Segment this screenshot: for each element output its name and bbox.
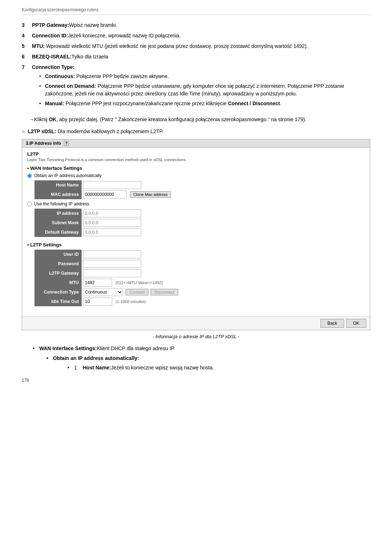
wan-settings-group: • WAN Interface Settings Obtain an IP ad… — [27, 165, 365, 237]
l2tp-title: L2TP — [27, 151, 365, 157]
default-gateway-input[interactable] — [83, 228, 141, 236]
idle-timeout-label: Idle Time Out — [34, 297, 82, 306]
wan-settings-bold: WAN Interface Settings: — [39, 345, 97, 351]
radio-manual-row[interactable]: Use the following IP address — [27, 201, 365, 206]
idle-timeout-input[interactable] — [83, 298, 112, 306]
radio-manual[interactable] — [27, 202, 32, 206]
mtu-hint: (512<=MTU Value<=1492) — [115, 280, 163, 285]
list-item-6: 6 BEZEQ-ISRAEL:Tylko dla Izraela — [22, 53, 370, 61]
list-item-7: 7 Connection Type: Continuous: Połączeni… — [22, 64, 370, 110]
sub-item-1-text: Jeżeli to konieczne wpisz swoją nazwę ho… — [111, 365, 214, 370]
password-row: Password — [34, 259, 372, 269]
sub-numbered-list: 1 Host Name:Jeżeli to konieczne wpisz sw… — [53, 364, 370, 372]
l2tp-label-bold: L2TP xDSL: — [28, 128, 56, 134]
radio-auto-row[interactable]: Obtain an IP address automatically — [27, 173, 365, 178]
radio-auto[interactable] — [27, 173, 32, 178]
item-4-content: Connection ID:Jeżeli konieczne, wprowadź… — [32, 32, 370, 40]
arrow-symbol: → — [29, 116, 34, 122]
mac-address-label: MAC address — [34, 190, 82, 199]
mac-address-input[interactable] — [83, 191, 127, 198]
l2tp-section-header: ○ L2TP xDSL: Dla modemów kablowych z poł… — [22, 128, 370, 135]
default-gateway-input-cell — [82, 228, 372, 237]
l2tp-label-text: Dla modemów kablowych z połączeniem L2TP… — [56, 128, 163, 134]
panel-header-label: 3.IP Address Info — [26, 141, 61, 146]
subnet-mask-label: Subnet Mask — [34, 218, 82, 228]
l2tp-subtitle: Layer Two Tunneling Protocol is a common… — [27, 157, 365, 162]
l2tp-settings-title: • L2TP Settings — [27, 242, 365, 247]
subnet-mask-input[interactable] — [83, 219, 141, 227]
sub-item-1-content: Host Name:Jeżeli to konieczne wpisz swoj… — [83, 364, 214, 372]
bullet-manual-text: Połączenie PPP jest rozpoczynane/zakańcz… — [64, 101, 281, 106]
item-5-text: Wprowadź wielkość MTU (jeżeli wielkość n… — [45, 43, 308, 49]
l2tp-settings-title-text: L2TP Settings — [30, 242, 61, 247]
circle-icon: ○ — [22, 128, 25, 135]
mtu-label: MTU — [34, 278, 82, 287]
subnet-mask-row: Subnet Mask — [34, 218, 372, 228]
l2tp-gateway-row: L2TP Gateway — [34, 269, 372, 278]
password-label: Password — [34, 259, 82, 269]
disconnect-button[interactable]: Disconnect — [151, 289, 178, 295]
user-id-input[interactable] — [83, 250, 141, 258]
arrow-paragraph: →Kliknij OK, aby przejść dalej. (Patrz "… — [29, 115, 370, 123]
help-icon[interactable]: ? — [64, 141, 69, 146]
wan-auto-fields: Host Name MAC address Clone Mac address — [34, 180, 372, 199]
subnet-mask-input-cell — [82, 218, 372, 228]
mtu-input[interactable] — [83, 279, 112, 287]
bullet-demand-label: Connect on Demand: — [45, 83, 96, 89]
connect-button[interactable]: Connect — [126, 289, 148, 295]
bottom-bullets: WAN Interface Settings:Klient DHCP dla s… — [22, 344, 370, 372]
l2tp-gateway-input-cell — [82, 269, 372, 278]
ip-address-input[interactable] — [83, 209, 141, 217]
l2tp-gateway-input[interactable] — [83, 269, 141, 277]
default-gateway-label: Default Gateway — [34, 228, 82, 237]
item-6-label: BEZEQ-ISRAEL: — [32, 54, 72, 60]
idle-timeout-hint: (1-1000 minutes) — [115, 299, 146, 304]
mtu-input-cell: (512<=MTU Value<=1492) — [82, 278, 372, 287]
bullet-continuous: Continuous: Połączenie PPP będzie zawsze… — [39, 73, 370, 80]
wan-settings-title: • WAN Interface Settings — [27, 165, 365, 171]
back-button[interactable]: Back — [320, 319, 344, 328]
idle-timeout-row: Idle Time Out (1-1000 minutes) — [34, 297, 372, 306]
item-3-label: PPTP Gateway: — [32, 22, 69, 28]
panel-header: 3.IP Address Info ? — [22, 139, 370, 148]
caption: - Informacja o adresie IP dla L2TP xDSL … — [22, 334, 370, 339]
page-number: 178 — [22, 378, 29, 383]
user-id-row: User ID — [34, 250, 372, 259]
password-input[interactable] — [83, 260, 141, 268]
item-6-text: Tylko dla Izraela — [72, 54, 108, 60]
radio-manual-label: Use the following IP address — [34, 201, 89, 206]
bullet-continuous-label: Continuous: — [45, 73, 75, 79]
item-7-content: Connection Type: Continuous: Połączenie … — [32, 64, 370, 110]
bullet-continuous-text: Połączenie PPP będzie zawsze aktywne. — [75, 73, 169, 79]
radio-auto-label: Obtain an IP address automatically — [34, 173, 102, 178]
connection-type-input-cell: Continuous Connect on Demand Manual Conn… — [82, 287, 372, 297]
host-name-row: Host Name — [34, 180, 372, 190]
connection-type-select[interactable]: Continuous Connect on Demand Manual — [83, 288, 123, 296]
item-3-text: Wpisz nazwę bramki. — [69, 22, 117, 28]
list-item-3: 3 PPTP Gateway:Wpisz nazwę bramki. — [22, 21, 370, 29]
connection-type-bullets: Continuous: Połączenie PPP będzie zawsze… — [32, 73, 370, 107]
item-3-content: PPTP Gateway:Wpisz nazwę bramki. — [32, 21, 370, 29]
ok-button[interactable]: OK — [346, 319, 366, 328]
ip-address-row: IP address — [34, 209, 372, 218]
wan-settings-text: Klient DHCP dla stałego adresu IP — [97, 345, 175, 351]
clone-mac-button[interactable]: Clone Mac address — [130, 191, 171, 198]
list-item-5: 5 MTU: Wprowadź wielkość MTU (jeżeli wie… — [22, 42, 370, 50]
user-id-input-cell — [82, 250, 372, 259]
user-id-label: User ID — [34, 250, 82, 259]
host-name-input[interactable] — [83, 181, 141, 189]
connection-type-row: Connection Type Continuous Connect on De… — [34, 287, 372, 297]
item-5-label: MTU: — [32, 43, 45, 49]
panel-body: L2TP Layer Two Tunneling Protocol is a c… — [22, 148, 370, 316]
l2tp-settings-group: • L2TP Settings User ID Password — [27, 242, 365, 306]
sub-item-1: 1 Host Name:Jeżeli to konieczne wpisz sw… — [68, 364, 370, 372]
sub-item-1-num: 1 — [74, 364, 83, 372]
item-4-text: Jeżeli konieczne, wprowadź nazwę ID połą… — [68, 33, 181, 38]
mtu-row: MTU (512<=MTU Value<=1492) — [34, 278, 372, 287]
item-3-num: 3 — [22, 21, 32, 29]
panel-footer: Back OK — [22, 316, 370, 330]
obtain-auto-sub-bullet: • Obtain an IP address automatically: 1 … — [46, 354, 370, 372]
item-4-num: 4 — [22, 32, 32, 40]
host-name-label: Host Name — [34, 180, 82, 190]
password-input-cell — [82, 259, 372, 269]
